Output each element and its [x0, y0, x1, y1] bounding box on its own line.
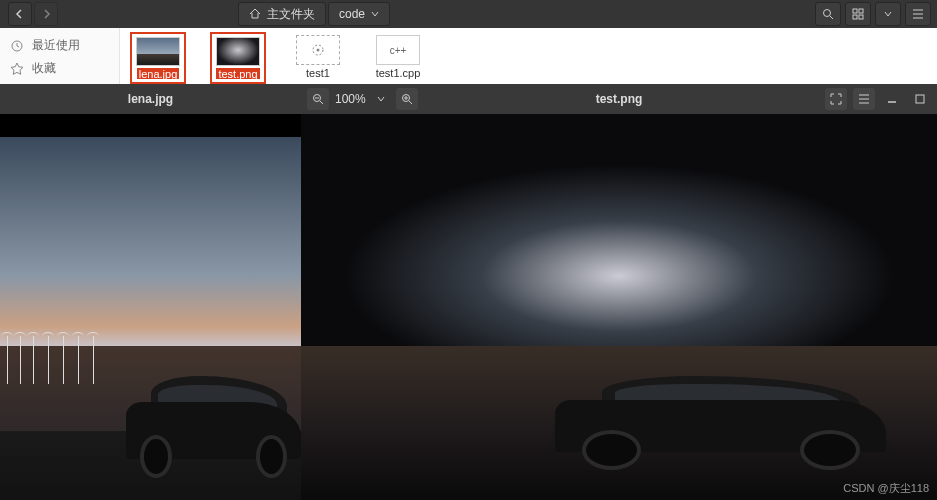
breadcrumb-current[interactable]: code	[328, 2, 390, 26]
view-options-button[interactable]	[875, 2, 901, 26]
file-label: lena.jpg	[137, 68, 180, 79]
zoom-level: 100%	[335, 92, 366, 106]
image-viewer-right: 100% test.png	[301, 84, 937, 500]
window-title: lena.jpg	[128, 92, 173, 106]
zoom-out-button[interactable]	[307, 88, 329, 110]
fullscreen-button[interactable]	[825, 88, 847, 110]
sidebar: 最近使用 收藏	[0, 28, 120, 88]
breadcrumb-current-label: code	[339, 7, 365, 21]
zoom-in-button[interactable]	[396, 88, 418, 110]
svg-point-7	[317, 49, 320, 52]
minimize-button[interactable]	[881, 88, 903, 110]
file-label: test.png	[216, 68, 259, 79]
file-label: test1	[306, 67, 330, 79]
image-canvas[interactable]	[0, 114, 301, 500]
sidebar-item-label: 收藏	[32, 60, 56, 77]
car-decoration	[126, 370, 301, 478]
svg-rect-10	[916, 95, 924, 103]
svg-point-0	[824, 10, 831, 17]
hamburger-menu-button[interactable]	[853, 88, 875, 110]
sidebar-item-favorites[interactable]: 收藏	[0, 57, 119, 80]
wind-turbines-decoration	[0, 315, 108, 384]
executable-icon	[296, 35, 340, 65]
file-item[interactable]: lena.jpg	[130, 32, 186, 84]
hamburger-menu-button[interactable]	[905, 2, 931, 26]
search-button[interactable]	[815, 2, 841, 26]
svg-rect-1	[853, 9, 857, 13]
watermark: CSDN @庆尘118	[843, 481, 929, 496]
breadcrumb-home[interactable]: 主文件夹	[238, 2, 326, 26]
file-manager-body: 最近使用 收藏 lena.jpg test.png test1 c++ test…	[0, 28, 937, 88]
window-titlebar: lena.jpg	[0, 84, 301, 114]
image-viewer-left: lena.jpg	[0, 84, 301, 500]
cpp-file-icon: c++	[376, 35, 420, 65]
maximize-button[interactable]	[909, 88, 931, 110]
file-item[interactable]: test.png	[210, 32, 266, 84]
nav-forward-button[interactable]	[34, 2, 58, 26]
window-titlebar: 100% test.png	[301, 84, 937, 114]
file-grid: lena.jpg test.png test1 c++ test1.cpp	[120, 28, 937, 88]
thumbnail-icon	[216, 37, 260, 66]
svg-rect-4	[859, 15, 863, 19]
sidebar-item-label: 最近使用	[32, 37, 80, 54]
breadcrumb-home-label: 主文件夹	[267, 6, 315, 23]
svg-rect-2	[859, 9, 863, 13]
thumbnail-icon	[136, 37, 180, 66]
file-label: test1.cpp	[376, 67, 421, 79]
svg-rect-3	[853, 15, 857, 19]
image-canvas[interactable]	[301, 114, 937, 500]
sidebar-item-recent[interactable]: 最近使用	[0, 34, 119, 57]
file-item[interactable]: test1	[290, 32, 346, 84]
zoom-dropdown-button[interactable]	[372, 88, 390, 110]
car-decoration	[555, 370, 886, 470]
window-title: test.png	[596, 92, 643, 106]
file-item[interactable]: c++ test1.cpp	[370, 32, 426, 84]
view-grid-button[interactable]	[845, 2, 871, 26]
file-manager-toolbar: 主文件夹 code	[0, 0, 937, 28]
nav-back-button[interactable]	[8, 2, 32, 26]
breadcrumb: 主文件夹 code	[238, 2, 392, 26]
